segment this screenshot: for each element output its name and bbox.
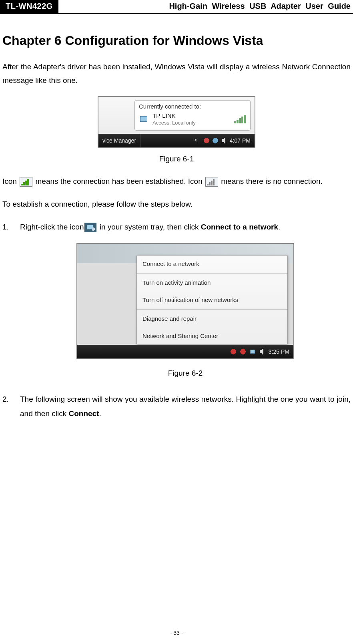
menu-item-connect[interactable]: Connect to a network <box>137 256 287 273</box>
menu-item-diagnose[interactable]: Diagnose and repair <box>137 310 287 328</box>
security-alert-icon[interactable] <box>240 348 246 355</box>
menu-item-animation[interactable]: Turn on activity animation <box>137 274 287 292</box>
network-monitor-icon <box>139 115 149 124</box>
page-content: Chapter 6 Configuration for Windows Vist… <box>0 14 353 421</box>
intro-paragraph: After the Adapter's driver has been inst… <box>2 60 351 87</box>
tray-chevron-icon[interactable]: < <box>195 137 201 144</box>
menu-divider <box>137 309 287 310</box>
icon-explanation-paragraph: Icon means the connection has been estab… <box>2 175 351 188</box>
figure-6-2: Connect to a network Turn on activity an… <box>20 243 351 360</box>
signal-disconnected-icon <box>205 177 218 187</box>
network-access: Access: Local only <box>152 120 196 126</box>
text-fragment: Icon <box>2 177 19 185</box>
text-fragment: means the connection has been establishe… <box>35 177 205 185</box>
step-2: The following screen will show you avail… <box>2 392 351 421</box>
connection-balloon: Currently connected to: TP-LINK Access: … <box>134 100 251 131</box>
text-fragment: . <box>99 409 101 418</box>
network-tray-icon <box>84 223 96 232</box>
text-fragment: . <box>278 223 280 231</box>
volume-icon[interactable] <box>221 137 227 144</box>
balloon-title: Currently connected to: <box>139 103 246 110</box>
text-fragment: Right-click the icon <box>20 223 84 231</box>
volume-icon[interactable] <box>259 348 265 355</box>
taskbar-clock: 4:07 PM <box>230 137 251 144</box>
signal-strength-icon <box>234 115 246 123</box>
security-alert-icon[interactable] <box>230 348 237 355</box>
chapter-title: Chapter 6 Configuration for Windows Vist… <box>2 33 351 48</box>
text-fragment: in your system tray, then click <box>97 223 201 231</box>
step-1: Right-click the icon in your system tray… <box>2 220 351 381</box>
figure-6-1: Currently connected to: TP-LINK Access: … <box>2 96 351 148</box>
figure-6-2-caption: Figure 6-2 <box>20 366 351 380</box>
step-1-bold: Connect to a network <box>201 223 278 231</box>
step-2-bold: Connect <box>68 409 99 418</box>
taskbar: 3:25 PM <box>77 345 293 358</box>
taskbar-clock: 3:25 PM <box>269 346 289 357</box>
document-title: High-Gain Wireless USB Adapter User Guid… <box>58 0 353 13</box>
taskbar: vice Manager < 4:07 PM <box>98 134 255 147</box>
system-tray: < 4:07 PM <box>191 137 255 144</box>
text-fragment: means there is no connection. <box>221 177 323 185</box>
figure-6-1-caption: Figure 6-1 <box>2 155 351 163</box>
context-menu: Connect to a network Turn on activity an… <box>136 255 288 345</box>
product-model: TL-WN422G <box>0 0 58 13</box>
figure-6-1-image: Currently connected to: TP-LINK Access: … <box>98 96 255 148</box>
network-tray-icon[interactable] <box>249 348 256 355</box>
balloon-network-row: TP-LINK Access: Local only <box>139 112 246 126</box>
steps-list: Right-click the icon in your system tray… <box>2 220 351 421</box>
page-header: TL-WN422G High-Gain Wireless USB Adapter… <box>0 0 353 14</box>
network-tray-icon[interactable] <box>212 137 219 144</box>
signal-connected-icon <box>20 177 32 187</box>
page-number: - 33 - <box>0 630 353 636</box>
network-name: TP-LINK <box>152 112 196 120</box>
menu-item-notification[interactable]: Turn off notification of new networks <box>137 292 287 309</box>
figure-6-2-image: Connect to a network Turn on activity an… <box>76 243 294 360</box>
establish-paragraph: To establish a connection, please follow… <box>2 197 351 211</box>
taskbar-button[interactable]: vice Manager <box>98 134 140 147</box>
menu-divider <box>137 273 287 274</box>
security-shield-icon[interactable] <box>203 137 210 144</box>
menu-item-sharing-center[interactable]: Network and Sharing Center <box>137 328 287 345</box>
